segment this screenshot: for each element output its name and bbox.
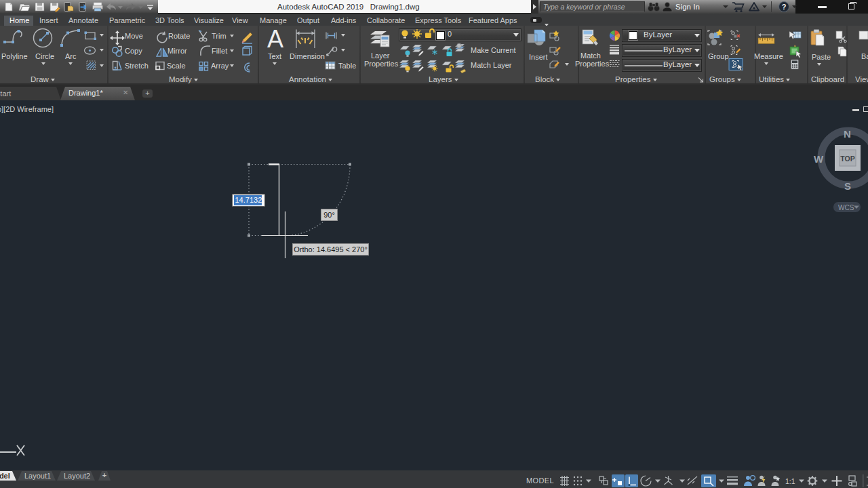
svg-text:?: ? <box>782 3 787 11</box>
svg-text:A: A <box>267 25 283 53</box>
svg-text:S: S <box>844 180 851 192</box>
svg-text:1:1: 1:1 <box>785 477 795 485</box>
svg-text:TOP: TOP <box>840 155 854 163</box>
svg-text:WCS: WCS <box>838 204 854 211</box>
svg-text:N: N <box>844 128 851 140</box>
svg-text:W: W <box>814 153 824 165</box>
